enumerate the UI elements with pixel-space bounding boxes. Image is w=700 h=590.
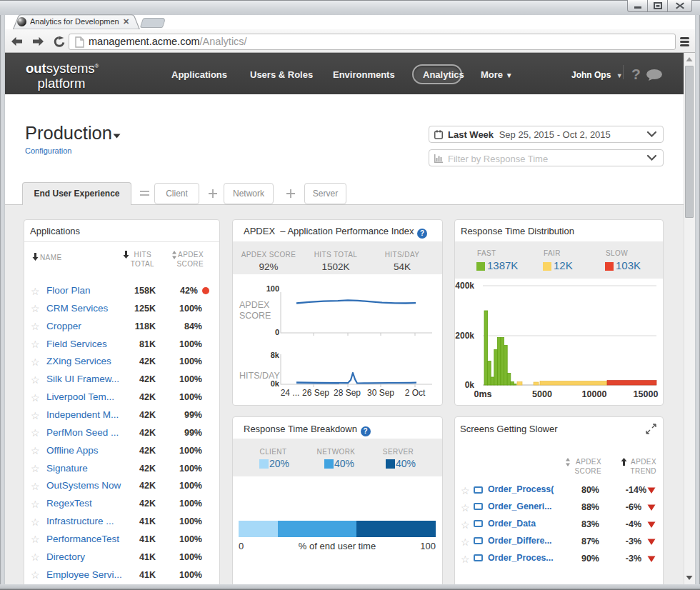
svg-text:SCORE: SCORE (239, 311, 271, 321)
svg-text:8k: 8k (271, 351, 280, 359)
svg-text:2 Oct: 2 Oct (405, 388, 426, 398)
svg-text:26 Sep: 26 Sep (302, 388, 329, 398)
svg-text:10000: 10000 (582, 389, 607, 399)
svg-text:200k: 200k (455, 331, 474, 341)
svg-text:28 Sep: 28 Sep (334, 388, 361, 398)
svg-text:0: 0 (275, 328, 279, 336)
svg-text:APDEX: APDEX (239, 300, 270, 310)
svg-text:15000: 15000 (634, 389, 659, 399)
svg-text:24 ...: 24 ... (281, 388, 300, 398)
svg-text:HITS/DAY: HITS/DAY (239, 371, 280, 381)
svg-text:400k: 400k (455, 281, 474, 291)
svg-text:0k: 0k (465, 380, 475, 390)
svg-text:0ms: 0ms (474, 389, 491, 399)
svg-text:5000: 5000 (532, 389, 552, 399)
svg-text:100: 100 (266, 284, 279, 293)
svg-text:30 Sep: 30 Sep (367, 388, 394, 398)
